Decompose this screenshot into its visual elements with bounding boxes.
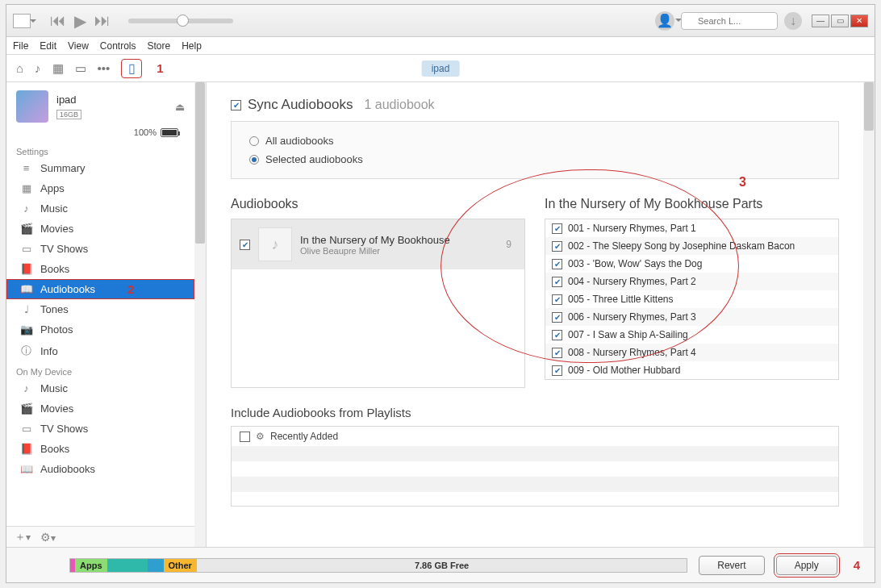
- menu-edit[interactable]: Edit: [40, 40, 56, 52]
- part-checkbox[interactable]: [552, 241, 562, 252]
- part-row[interactable]: 004 - Nursery Rhymes, Part 2: [545, 273, 838, 290]
- part-checkbox[interactable]: [552, 330, 562, 340]
- sidebar-item-label: Music: [40, 382, 68, 394]
- part-checkbox[interactable]: [552, 365, 562, 376]
- sync-checkbox[interactable]: [231, 100, 241, 111]
- ondevice-item-books[interactable]: 📕Books: [6, 439, 194, 459]
- more-icon[interactable]: •••: [98, 61, 111, 75]
- sidebar: ipad 16GB ⏏ 100% Settings ≡Summary▦Apps♪…: [6, 82, 207, 547]
- sync-options: All audiobooks Selected audiobooks: [231, 121, 839, 179]
- part-row[interactable]: 006 - Nursery Rhymes, Part 3: [545, 308, 838, 326]
- part-label: 001 - Nursery Rhymes, Part 1: [568, 223, 696, 234]
- gear-icon[interactable]: ⚙▾: [40, 531, 56, 544]
- part-row[interactable]: 003 - 'Bow, Wow' Says the Dog: [545, 255, 838, 273]
- next-icon[interactable]: ⏭: [94, 11, 111, 31]
- home-icon[interactable]: ⌂: [16, 61, 23, 75]
- menu-controls[interactable]: Controls: [100, 40, 136, 52]
- ondevice-item-music[interactable]: ♪Music: [6, 378, 194, 398]
- playlist-checkbox[interactable]: [240, 432, 250, 442]
- tv-icon[interactable]: ▭: [75, 61, 86, 76]
- sidebar-item-label: Tones: [40, 303, 69, 315]
- part-checkbox[interactable]: [552, 294, 562, 305]
- revert-button[interactable]: Revert: [699, 556, 764, 575]
- sync-count: 1 audiobook: [364, 98, 434, 112]
- radio-selected[interactable]: [249, 155, 259, 165]
- part-row[interactable]: 002 - The Sleepy Song by Josephine Daska…: [545, 237, 838, 255]
- audiobook-count: 9: [506, 239, 516, 250]
- parts-heading: In the Nursery of My Bookhouse Parts: [545, 197, 839, 211]
- music-icon[interactable]: ♪: [35, 61, 41, 75]
- sidebar-icon: 🎬: [19, 402, 33, 415]
- sidebar-icon: ▭: [19, 243, 33, 255]
- sidebar-scrollbar[interactable]: [194, 82, 206, 547]
- sidebar-item-label: Apps: [40, 182, 65, 194]
- sidebar-item-books[interactable]: 📕Books: [6, 259, 194, 279]
- part-row[interactable]: 007 - I Saw a Ship A-Sailing: [545, 326, 838, 344]
- part-row[interactable]: 005 - Three Little Kittens: [545, 290, 838, 308]
- sidebar-item-music[interactable]: ♪Music: [6, 198, 194, 219]
- sidebar-icon: 📕: [19, 263, 33, 275]
- part-checkbox[interactable]: [552, 348, 562, 358]
- part-label: 005 - Three Little Kittens: [568, 294, 674, 305]
- audiobook-title: In the Nursery of My Bookhouse: [300, 234, 450, 246]
- seg-free: 7.86 GB Free: [197, 559, 687, 572]
- part-checkbox[interactable]: [552, 312, 562, 323]
- device-thumb-icon: [16, 90, 48, 123]
- apply-button[interactable]: Apply: [776, 556, 837, 575]
- battery-icon: [161, 128, 178, 137]
- view-mode-dropdown[interactable]: [13, 14, 31, 28]
- callout-2: 2: [127, 282, 134, 296]
- sidebar-icon: 🎬: [19, 223, 33, 235]
- maximize-button[interactable]: ▭: [831, 15, 849, 27]
- sidebar-item-info[interactable]: ⓘInfo: [6, 340, 194, 362]
- sidebar-item-apps[interactable]: ▦Apps: [6, 178, 194, 198]
- section-ondevice: On My Device: [6, 362, 194, 378]
- sidebar-item-label: Movies: [40, 402, 73, 415]
- sidebar-item-tones[interactable]: ♩Tones: [6, 299, 194, 319]
- close-button[interactable]: ✕: [850, 15, 868, 27]
- sidebar-item-label: Audiobooks: [40, 283, 95, 295]
- part-checkbox[interactable]: [552, 223, 562, 234]
- part-row[interactable]: 009 - Old Mother Hubbard: [545, 361, 838, 379]
- ondevice-item-audiobooks[interactable]: 📖Audiobooks: [6, 459, 194, 479]
- part-label: 006 - Nursery Rhymes, Part 3: [568, 311, 696, 323]
- callout-4: 4: [854, 558, 860, 572]
- prev-icon[interactable]: ⏮: [50, 11, 66, 31]
- audiobook-author: Olive Beaupre Miller: [300, 246, 450, 256]
- sidebar-item-audiobooks[interactable]: 📖Audiobooks2: [6, 279, 194, 299]
- main-scrollbar[interactable]: [863, 82, 875, 547]
- part-checkbox[interactable]: [552, 277, 562, 287]
- volume-slider[interactable]: [128, 19, 233, 23]
- smartlist-icon: ⚙: [256, 431, 265, 442]
- part-row[interactable]: 001 - Nursery Rhymes, Part 1: [545, 219, 838, 237]
- sidebar-item-photos[interactable]: 📷Photos: [6, 319, 194, 340]
- audiobook-item[interactable]: ♪ In the Nursery of My Bookhouse Olive B…: [232, 219, 524, 269]
- part-checkbox[interactable]: [552, 259, 562, 269]
- download-icon[interactable]: ↓: [784, 12, 802, 30]
- sidebar-item-summary[interactable]: ≡Summary: [6, 158, 194, 178]
- menu-file[interactable]: File: [13, 40, 28, 52]
- playlist-item[interactable]: ⚙ Recently Added: [232, 427, 838, 446]
- ondevice-item-tv-shows[interactable]: ▭TV Shows: [6, 419, 194, 439]
- sidebar-item-tv-shows[interactable]: ▭TV Shows: [6, 239, 194, 259]
- eject-icon[interactable]: ⏏: [175, 101, 185, 113]
- device-pill[interactable]: ipad: [422, 60, 460, 77]
- audiobook-checkbox[interactable]: [240, 240, 250, 250]
- search-input[interactable]: [681, 12, 778, 30]
- device-header: ipad 16GB ⏏: [6, 82, 194, 127]
- part-label: 002 - The Sleepy Song by Josephine Daska…: [568, 240, 795, 252]
- menu-help[interactable]: Help: [182, 40, 202, 52]
- device-button[interactable]: ▯: [121, 59, 142, 78]
- sidebar-item-movies[interactable]: 🎬Movies: [6, 219, 194, 239]
- part-row[interactable]: 008 - Nursery Rhymes, Part 4: [545, 344, 838, 361]
- add-icon[interactable]: ＋▾: [15, 530, 31, 544]
- radio-all[interactable]: [249, 136, 259, 146]
- menu-store[interactable]: Store: [148, 40, 171, 52]
- seg-misc: [148, 559, 164, 572]
- menu-view[interactable]: View: [68, 40, 89, 52]
- ondevice-item-movies[interactable]: 🎬Movies: [6, 398, 194, 419]
- account-icon[interactable]: 👤: [655, 11, 674, 31]
- play-icon[interactable]: ▶: [74, 11, 86, 31]
- minimize-button[interactable]: —: [812, 15, 829, 27]
- movies-icon[interactable]: ▦: [52, 61, 64, 76]
